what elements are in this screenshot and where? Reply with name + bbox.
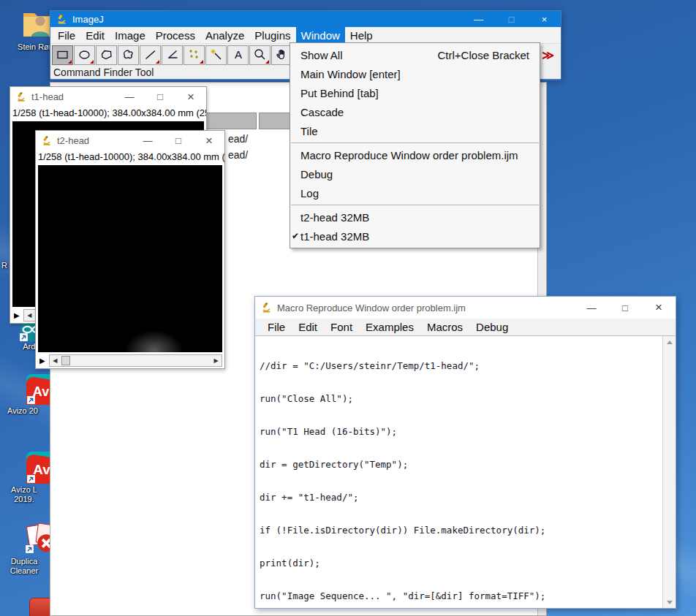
code-line: print(dir); [260, 558, 663, 569]
close-icon[interactable]: × [528, 11, 561, 27]
code-line: run("T1 Head (16-bits)"); [260, 426, 663, 437]
scroll-left-icon[interactable]: ◀ [50, 355, 61, 366]
minimize-icon[interactable]: — [114, 87, 145, 107]
tool-freehand[interactable] [118, 45, 139, 65]
menu-window[interactable]: Window [296, 27, 345, 43]
tool-line[interactable] [140, 45, 161, 65]
tool-rectangle[interactable] [52, 45, 73, 65]
menu-examples[interactable]: Examples [359, 321, 420, 333]
menu-item-log[interactable]: Log [290, 183, 540, 202]
t2-head-image-canvas[interactable] [38, 165, 222, 352]
tool-oval[interactable] [74, 45, 95, 65]
t1-head-titlebar[interactable]: t1-head — □ × [10, 87, 206, 107]
desktop-icon-label-fragment: R [1, 261, 7, 270]
slice-status-text: 1/258 (t1-head-10000); 384.00x384.00 mm … [36, 151, 224, 165]
background-text-fragment: ead/ [228, 133, 248, 145]
scroll-down-icon[interactable] [663, 596, 676, 608]
menu-item-macro-window[interactable]: Macro Reproduce Window order problem.ijm [290, 145, 540, 164]
shortcut-arrow-icon [20, 333, 28, 341]
menu-image[interactable]: Image [110, 27, 151, 43]
menu-file[interactable]: File [53, 27, 80, 43]
minimize-icon[interactable]: — [462, 11, 495, 27]
imagej-menubar: File Edit Image Process Analyze Plugins … [50, 27, 561, 43]
vertical-scrollbar[interactable] [662, 336, 676, 608]
status-text: Command Finder Tool [53, 66, 154, 78]
menu-separator [291, 205, 539, 205]
close-icon[interactable]: × [194, 131, 224, 151]
macro-code-editor[interactable]: //dir = "C:/Users/steinr/Temp/t1-head/";… [255, 336, 676, 608]
menu-edit[interactable]: Edit [292, 321, 324, 333]
menu-help[interactable]: Help [345, 27, 378, 43]
menu-item-show-all[interactable]: Show All Ctrl+Close Bracket [290, 45, 540, 64]
window-title: Macro Reproduce Window order problem.ijm [277, 303, 466, 313]
code-line: run("Image Sequence... ", "dir=[&dir] fo… [260, 590, 663, 601]
desktop: Stein Rørvik R Ardui Av [0, 0, 696, 616]
tool-zoom[interactable] [249, 45, 271, 65]
background-window-bar [204, 113, 257, 129]
imagej-microscope-icon [42, 135, 52, 146]
scroll-up-icon[interactable] [663, 336, 676, 348]
menu-file[interactable]: File [261, 321, 292, 333]
menu-item-debug[interactable]: Debug [290, 164, 540, 183]
tool-point[interactable] [184, 45, 205, 65]
tool-polygon[interactable] [96, 45, 117, 65]
shortcut-arrow-icon [27, 475, 35, 483]
minimize-icon[interactable]: — [575, 297, 608, 319]
maximize-icon[interactable]: □ [163, 131, 194, 151]
menu-item-tile[interactable]: Tile [290, 121, 540, 140]
shortcut-arrow-icon [27, 396, 35, 404]
window-title: t2-head [57, 135, 89, 146]
menu-item-cascade[interactable]: Cascade [290, 102, 540, 121]
play-icon[interactable]: ▶ [14, 311, 20, 319]
scroll-right-icon[interactable]: ▶ [211, 355, 222, 366]
minimize-icon[interactable]: — [132, 131, 163, 151]
menu-macros[interactable]: Macros [420, 321, 469, 333]
svg-text:Av: Av [33, 462, 50, 477]
t2-head-window: t2-head — □ × 1/258 (t1-head-10000); 384… [35, 130, 225, 369]
menu-shortcut: Ctrl+Close Bracket [417, 49, 529, 61]
window-menu-dropdown: Show All Ctrl+Close Bracket Main Window … [290, 42, 540, 248]
menu-item-put-behind[interactable]: Put Behind [tab] [290, 83, 540, 102]
t2-head-titlebar[interactable]: t2-head — □ × [36, 131, 224, 151]
desktop-icon-label: Duplica Cleaner [0, 557, 48, 576]
maximize-icon[interactable]: □ [495, 11, 528, 27]
menu-analyze[interactable]: Analyze [200, 27, 249, 43]
svg-text:A: A [234, 48, 241, 61]
imagej-microscope-icon [261, 302, 272, 313]
macro-editor-menubar: File Edit Font Examples Macros Debug [255, 319, 676, 336]
imagej-microscope-icon [16, 91, 26, 102]
tool-text[interactable]: A [227, 45, 249, 65]
imagej-microscope-icon [56, 13, 67, 25]
imagej-titlebar[interactable]: ImageJ — □ × [50, 11, 561, 27]
menu-process[interactable]: Process [151, 27, 200, 43]
window-title: t1-head [31, 91, 64, 102]
play-icon[interactable]: ▶ [39, 357, 45, 365]
macro-editor-titlebar[interactable]: Macro Reproduce Window order problem.ijm… [255, 297, 676, 319]
code-line: if (!File.isDirectory(dir)) File.makeDir… [260, 525, 663, 536]
window-title: ImageJ [72, 14, 104, 25]
menu-item-main-window[interactable]: Main Window [enter] [290, 64, 540, 83]
tool-angle[interactable] [162, 45, 183, 65]
check-icon: ✔ [292, 231, 299, 241]
code-line: dir = getDirectory("Temp"); [260, 459, 663, 470]
close-icon[interactable]: × [642, 297, 676, 319]
code-line: dir += "t1-head/"; [260, 492, 663, 503]
desktop-icon-label: Avizo L 2019. [0, 485, 48, 504]
menu-edit[interactable]: Edit [80, 27, 110, 43]
svg-text:Av: Av [33, 384, 49, 399]
tool-wand[interactable] [205, 45, 227, 65]
close-icon[interactable]: × [175, 87, 206, 107]
menu-font[interactable]: Font [324, 321, 359, 333]
menu-item-t1-head[interactable]: ✔ t1-head 32MB [290, 227, 540, 246]
shortcut-arrow-icon [26, 545, 34, 553]
slice-scrollbar[interactable]: ◀ ▶ [49, 354, 222, 367]
menu-plugins[interactable]: Plugins [249, 27, 295, 43]
menu-item-t2-head[interactable]: t2-head 32MB [290, 208, 540, 227]
maximize-icon[interactable]: □ [145, 87, 175, 107]
macro-code-text: //dir = "C:/Users/steinr/Temp/t1-head/";… [255, 336, 663, 608]
scrollbar-thumb[interactable] [61, 356, 70, 365]
menu-debug[interactable]: Debug [469, 321, 515, 333]
scroll-left-icon[interactable]: ◀ [24, 310, 35, 321]
maximize-icon[interactable]: □ [608, 297, 642, 319]
code-line: run("Close All"); [260, 393, 663, 404]
